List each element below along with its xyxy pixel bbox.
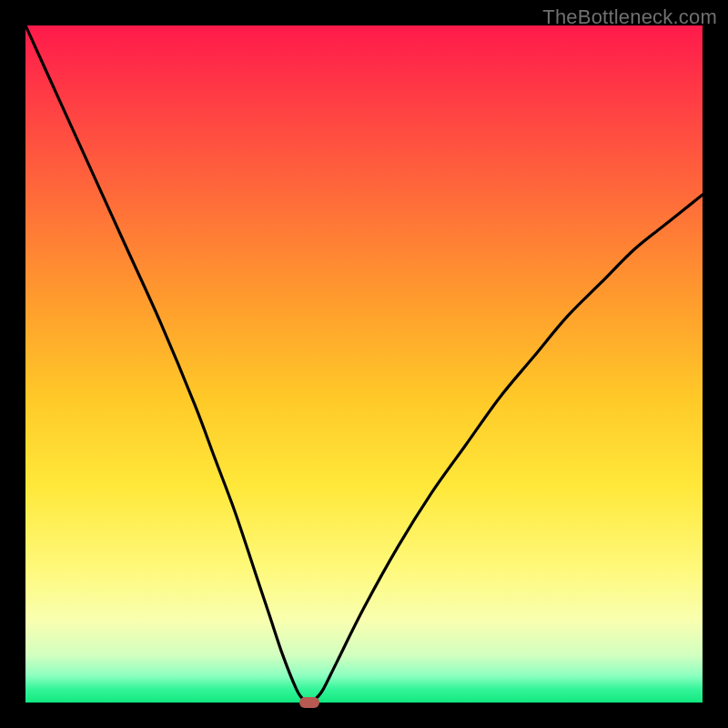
optimal-point-marker (299, 697, 319, 708)
chart-frame: TheBottleneck.com (0, 0, 728, 728)
chart-plot-area (25, 25, 703, 703)
bottleneck-curve (25, 25, 703, 703)
